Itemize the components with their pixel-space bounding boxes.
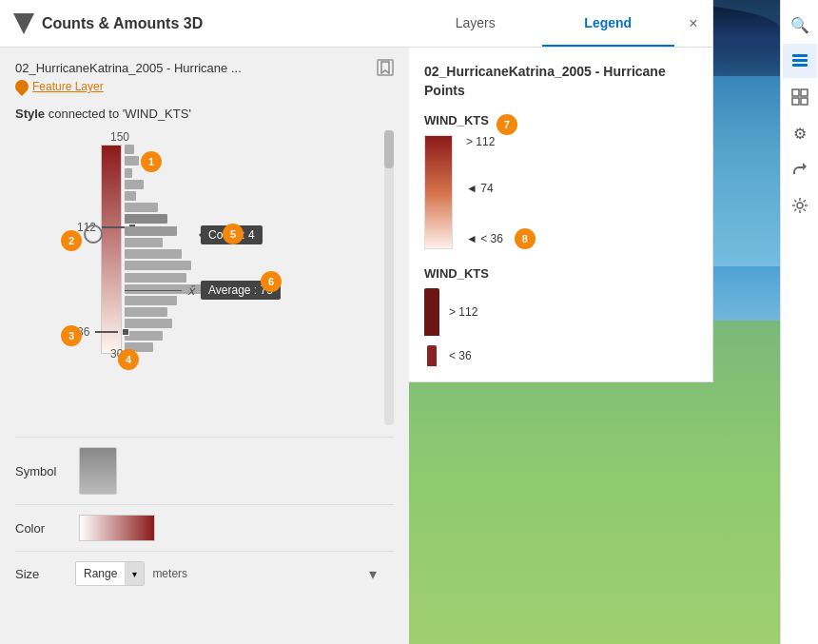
svg-point-7 <box>797 203 803 208</box>
legend-color-bar-container: > 112 ◄ 74 ◄ < 36 8 <box>424 135 697 249</box>
tab-legend[interactable]: Legend <box>542 0 675 47</box>
size-select[interactable]: Range ▾ <box>75 561 145 586</box>
y-label-150: 150 <box>110 130 129 144</box>
search-button[interactable]: 🔍 <box>783 8 817 42</box>
svg-rect-1 <box>792 59 808 62</box>
legend-label-mid: ◄ 74 <box>466 182 536 195</box>
legend-size-label-small: < 36 <box>449 349 472 362</box>
legend-size-item-large: > 112 <box>424 288 697 336</box>
chart-area: 1 150 2 112 <box>15 130 394 425</box>
avg-xbar: x̄ <box>187 283 195 298</box>
size-dropdown-chevron[interactable]: ▾ <box>369 565 377 583</box>
avg-line-container: x̄ Average : 73 <box>125 281 281 300</box>
style-label: Style connected to 'WIND_KTS' <box>15 107 394 121</box>
layers-icon <box>790 51 809 70</box>
legend-color-section: WIND_KTS 7 > 112 ◄ 74 ◄ < 36 <box>424 113 697 249</box>
svg-rect-6 <box>801 98 808 105</box>
connector-circle-112 <box>84 224 103 244</box>
legend-size-items: > 112 < 36 <box>424 288 697 366</box>
legend-label-bot: ◄ < 36 8 <box>466 228 536 249</box>
color-preview[interactable] <box>79 515 155 541</box>
legend-size-field: WIND_KTS <box>424 266 489 281</box>
scrollbar-thumb[interactable] <box>384 130 394 168</box>
histogram <box>125 145 315 354</box>
feature-layer-text: Feature Layer <box>32 80 104 93</box>
color-bar <box>101 145 122 354</box>
left-panel: Counts & Amounts 3D 02_HurricaneKatrina_… <box>0 0 409 644</box>
legend-field-name: WIND_KTS <box>424 113 489 127</box>
location-icon <box>12 77 31 96</box>
style-keyword: Style <box>15 107 45 121</box>
search-icon: 🔍 <box>790 16 809 34</box>
legend-content: 02_HurricaneKatrina_2005 - Hurricane Poi… <box>409 48 712 381</box>
settings-button[interactable]: ⚙ <box>783 116 817 150</box>
handle-36[interactable] <box>122 328 129 336</box>
y-label-36: 36 <box>77 325 129 339</box>
legend-size-item-small: < 36 <box>424 345 697 366</box>
legend-size-section: WIND_KTS > 112 < 36 <box>424 266 697 366</box>
app-icon <box>13 13 34 34</box>
svg-rect-5 <box>792 98 799 105</box>
feature-layer-link[interactable]: Feature Layer <box>15 80 394 93</box>
bubble-6: 6 <box>261 271 282 292</box>
legend-bubble-7: 7 <box>497 114 517 135</box>
tab-layers-label: Layers <box>456 15 496 30</box>
svg-rect-2 <box>792 64 808 67</box>
symbol-row: Symbol <box>15 437 394 504</box>
table-icon <box>791 88 808 106</box>
legend-label-top: > 112 <box>466 135 536 148</box>
tab-legend-label: Legend <box>584 15 632 30</box>
overlay-close-button[interactable]: × <box>674 0 712 47</box>
right-toolbar: 🔍 ⚙ <box>780 0 818 644</box>
legend-size-label-large: > 112 <box>449 305 477 319</box>
legend-spike-small <box>427 345 437 366</box>
legend-color-bar <box>424 135 453 249</box>
table-button[interactable] <box>783 80 817 114</box>
gear-icon: ⚙ <box>793 125 807 143</box>
bookmark-icon[interactable] <box>377 59 394 76</box>
properties-icon <box>791 197 808 214</box>
color-label: Color <box>15 521 68 536</box>
svg-rect-3 <box>792 89 799 96</box>
bubble-5: 5 <box>223 224 243 244</box>
size-label: Size <box>15 567 68 581</box>
avg-line <box>125 290 182 291</box>
scrollbar-track[interactable] <box>384 130 394 425</box>
overlay-tabs: Layers Legend × <box>409 0 712 48</box>
color-row: Color <box>15 504 394 551</box>
svg-rect-4 <box>801 89 808 96</box>
bubble-4: 4 <box>118 349 139 370</box>
symbol-label: Symbol <box>15 464 68 478</box>
overlay-panel: Layers Legend × 02_HurricaneKatrina_2005… <box>409 0 713 382</box>
size-row: Size Range ▾ meters ▾ <box>15 551 394 595</box>
style-field: WIND_KTS <box>125 107 188 121</box>
tab-layers[interactable]: Layers <box>409 0 542 47</box>
panel-title: Counts & Amounts 3D <box>42 15 203 32</box>
right-section: Layers Legend × 02_HurricaneKatrina_2005… <box>409 0 818 644</box>
legend-layer-name: 02_HurricaneKatrina_2005 - Hurricane Poi… <box>424 63 697 100</box>
legend-spike-large <box>424 288 439 336</box>
symbol-preview[interactable] <box>79 447 117 495</box>
legend-labels: > 112 ◄ 74 ◄ < 36 8 <box>466 135 536 249</box>
panel-header: Counts & Amounts 3D <box>0 0 409 48</box>
size-unit: meters <box>152 567 187 580</box>
properties-button[interactable] <box>783 188 817 223</box>
bubble-2: 2 <box>61 230 82 251</box>
bubble-3: 3 <box>61 325 82 346</box>
legend-bubble-8: 8 <box>515 228 536 249</box>
size-select-arrow[interactable]: ▾ <box>125 561 144 586</box>
panel-content: 02_HurricaneKatrina_2005 - Hurricane ...… <box>0 48 409 644</box>
layer-name-text: 02_HurricaneKatrina_2005 - Hurricane ... <box>15 61 242 75</box>
layer-name-row: 02_HurricaneKatrina_2005 - Hurricane ... <box>15 59 394 76</box>
share-icon <box>791 161 808 178</box>
share-button[interactable] <box>783 152 817 186</box>
size-select-text: Range <box>76 567 125 580</box>
bubble-1: 1 <box>141 151 162 172</box>
layers-button[interactable] <box>783 44 817 78</box>
svg-rect-0 <box>792 54 808 57</box>
